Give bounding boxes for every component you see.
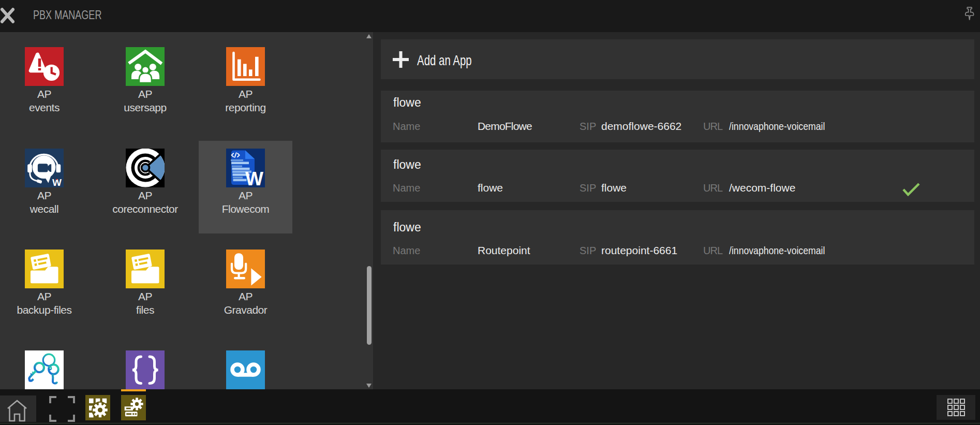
svg-text:W: W xyxy=(52,177,62,188)
svg-text:W: W xyxy=(245,168,263,187)
